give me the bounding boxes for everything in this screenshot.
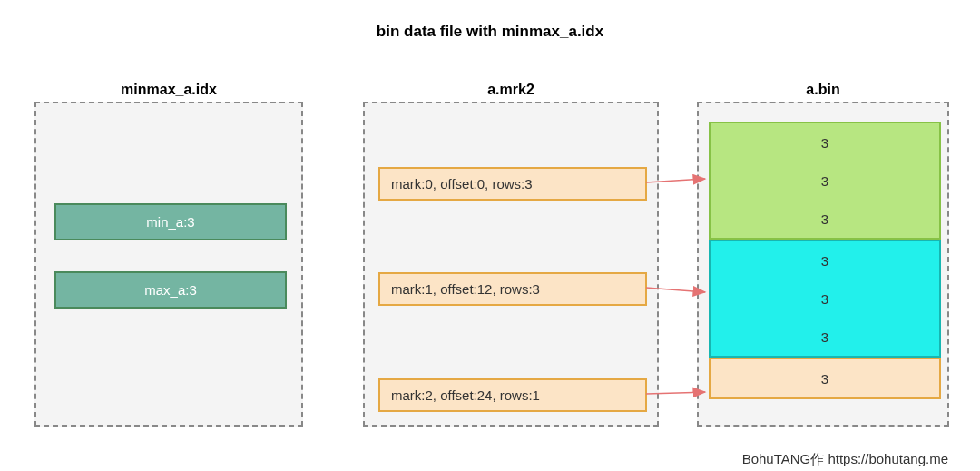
bin-row: 3	[710, 162, 939, 200]
mark-0-item: mark:0, offset:0, rows:3	[378, 167, 647, 201]
bin-block-0: 3 3 3	[709, 122, 941, 240]
mrk2-box: a.mrk2 mark:0, offset:0, rows:3 mark:1, …	[363, 102, 659, 427]
mark-1-item: mark:1, offset:12, rows:3	[378, 272, 647, 306]
bin-row: 3	[710, 241, 939, 280]
diagram-title: bin data file with minmax_a.idx	[0, 23, 980, 41]
bin-row: 3	[710, 318, 939, 356]
mark-2-item: mark:2, offset:24, rows:1	[378, 378, 647, 412]
minmax-idx-box: minmax_a.idx min_a:3 max_a:3	[34, 102, 303, 427]
bin-row: 3	[710, 200, 939, 238]
bin-label: a.bin	[699, 82, 947, 98]
minmax-idx-label: minmax_a.idx	[36, 82, 301, 98]
mrk2-label: a.mrk2	[365, 82, 657, 98]
bin-row: 3	[710, 123, 939, 162]
min-a-item: min_a:3	[54, 203, 287, 240]
max-a-item: max_a:3	[54, 271, 287, 309]
bin-block-2: 3	[709, 358, 941, 399]
bin-row: 3	[710, 280, 939, 318]
bin-block-1: 3 3 3	[709, 240, 941, 358]
bin-box: a.bin 3 3 3 3 3 3 3	[697, 102, 949, 427]
bin-row: 3	[710, 359, 939, 397]
footer-attribution: BohuTANG作 https://bohutang.me	[742, 451, 948, 468]
